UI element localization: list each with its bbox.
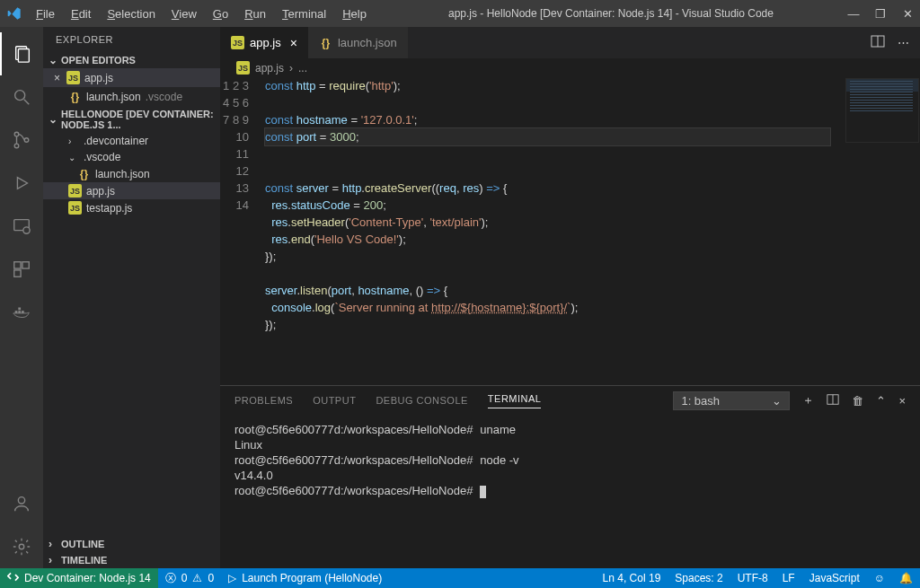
close-button[interactable]: ✕ (902, 7, 913, 21)
status-eol[interactable]: LF (775, 572, 802, 584)
sidebar-explorer: EXPLORER OPEN EDITORS × JS app.js {} lau… (43, 27, 220, 568)
tree-vscode[interactable]: ⌄.vscode (43, 149, 220, 165)
status-lncol[interactable]: Ln 4, Col 19 (596, 572, 668, 584)
svg-point-17 (18, 497, 24, 504)
status-lang[interactable]: JavaScript (802, 572, 867, 584)
tree-appjs[interactable]: JSapp.js (43, 182, 220, 199)
activity-search[interactable] (0, 75, 43, 118)
menu-selection[interactable]: Selection (100, 4, 162, 24)
status-bar: Dev Container: Node.js 14 ⓧ0 ⚠0 ▷ Launch… (0, 568, 920, 588)
more-actions-icon[interactable]: ⋯ (898, 36, 909, 49)
status-spaces[interactable]: Spaces: 2 (668, 572, 730, 584)
svg-rect-11 (22, 262, 29, 268)
split-terminal-icon[interactable] (827, 393, 839, 408)
panel-tabs: PROBLEMS OUTPUT DEBUG CONSOLE TERMINAL 1… (220, 386, 920, 415)
warning-icon: ⚠ (192, 572, 202, 584)
json-file-icon: {} (68, 90, 82, 103)
chevron-down-icon: ⌄ (772, 394, 782, 408)
panel-tab-debug[interactable]: DEBUG CONSOLE (376, 395, 467, 406)
panel-tab-problems[interactable]: PROBLEMS (234, 395, 293, 406)
panel-maximize-icon[interactable]: ⌃ (876, 394, 886, 408)
menu-run[interactable]: Run (237, 4, 273, 24)
editor-tabs: JS app.js × {} launch.json ⋯ (220, 27, 920, 58)
section-open-editors[interactable]: OPEN EDITORS (43, 52, 220, 68)
section-outline[interactable]: OUTLINE (43, 536, 220, 552)
panel-tab-terminal[interactable]: TERMINAL (488, 393, 542, 408)
code-content[interactable]: const http = require('http'); const host… (265, 77, 920, 385)
js-file-icon: JS (66, 71, 80, 84)
status-remote-label: Dev Container: Node.js 14 (24, 572, 151, 584)
activity-accounts[interactable] (0, 482, 43, 525)
open-editor-appjs[interactable]: × JS app.js (43, 68, 220, 87)
section-timeline[interactable]: TIMELINE (43, 552, 220, 568)
svg-rect-16 (18, 308, 21, 311)
js-file-icon: JS (68, 201, 82, 215)
activity-settings[interactable] (0, 525, 43, 568)
status-feedback-icon[interactable]: ☺ (867, 572, 892, 584)
menu-bar: File Edit Selection View Go Run Terminal… (29, 4, 374, 24)
activity-remote-explorer[interactable] (0, 205, 43, 248)
menu-go[interactable]: Go (206, 4, 235, 24)
svg-marker-7 (17, 178, 27, 189)
breadcrumb-item: ... (298, 62, 307, 75)
json-file-icon: {} (77, 167, 91, 180)
open-editor-dir: .vscode (146, 91, 182, 103)
tab-launchjson[interactable]: {} launch.json (308, 27, 408, 58)
js-file-icon: JS (68, 184, 82, 197)
sidebar-title: EXPLORER (43, 27, 220, 52)
status-remote[interactable]: Dev Container: Node.js 14 (0, 568, 158, 588)
menu-help[interactable]: Help (335, 4, 374, 24)
svg-rect-1 (18, 49, 29, 63)
new-terminal-icon[interactable]: ＋ (802, 392, 814, 408)
breadcrumb-sep: › (289, 62, 293, 75)
section-workspace[interactable]: HELLONODE [DEV CONTAINER: NODE.JS 1... (43, 106, 220, 133)
terminal-selector[interactable]: 1: bash⌄ (673, 391, 790, 410)
open-editor-label: launch.json (86, 91, 141, 103)
menu-edit[interactable]: Edit (64, 4, 98, 24)
panel-tab-output[interactable]: OUTPUT (313, 395, 356, 406)
activity-scm[interactable] (0, 118, 43, 162)
tree-testappjs[interactable]: JStestapp.js (43, 199, 220, 216)
code-editor[interactable]: 1 2 3 4 5 6 7 8 9 10 11 12 13 14 const h… (220, 77, 920, 385)
window-title: app.js - HelloNode [Dev Container: Node.… (374, 7, 848, 20)
title-bar: File Edit Selection View Go Run Terminal… (0, 0, 920, 27)
line-gutter: 1 2 3 4 5 6 7 8 9 10 11 12 13 14 (220, 77, 265, 385)
close-icon[interactable]: × (54, 72, 60, 84)
menu-view[interactable]: View (164, 4, 204, 24)
svg-rect-12 (14, 270, 21, 276)
tab-close-icon[interactable]: × (290, 36, 297, 50)
activity-explorer[interactable] (0, 32, 43, 75)
status-launch-label: Launch Program (HelloNode) (242, 572, 382, 584)
terminal-cursor (480, 486, 486, 498)
tree-launchjson[interactable]: {}launch.json (43, 165, 220, 182)
status-bell-icon[interactable]: 🔔 (892, 572, 920, 584)
activity-debug[interactable] (0, 162, 43, 205)
svg-point-18 (19, 544, 24, 549)
split-editor-icon[interactable] (871, 34, 885, 51)
svg-point-5 (14, 144, 19, 148)
bottom-panel: PROBLEMS OUTPUT DEBUG CONSOLE TERMINAL 1… (220, 385, 920, 568)
minimize-button[interactable]: — (848, 7, 859, 21)
status-encoding[interactable]: UTF-8 (730, 572, 775, 584)
terminal[interactable]: root@c5f6e600777d:/workspaces/HelloNode#… (220, 415, 920, 568)
maximize-button[interactable]: ❐ (875, 7, 886, 21)
json-file-icon: {} (319, 36, 332, 49)
activity-extensions[interactable] (0, 248, 43, 291)
breadcrumb-item: app.js (255, 62, 284, 75)
open-editor-launchjson[interactable]: {} launch.json .vscode (43, 87, 220, 106)
tab-appjs[interactable]: JS app.js × (220, 27, 308, 58)
status-problems[interactable]: ⓧ0 ⚠0 (158, 568, 221, 588)
svg-line-3 (24, 100, 30, 105)
breadcrumb[interactable]: JS app.js › ... (220, 58, 920, 77)
activity-docker[interactable] (0, 291, 43, 334)
svg-point-6 (24, 138, 29, 143)
error-icon: ⓧ (165, 571, 176, 586)
panel-close-icon[interactable]: × (898, 394, 906, 408)
kill-terminal-icon[interactable]: 🗑 (852, 394, 863, 408)
tree-devcontainer[interactable]: ›.devcontainer (43, 133, 220, 149)
minimap[interactable] (846, 79, 918, 142)
status-launch[interactable]: ▷ Launch Program (HelloNode) (221, 568, 389, 588)
activity-bar (0, 27, 43, 568)
menu-file[interactable]: File (29, 4, 62, 24)
menu-terminal[interactable]: Terminal (275, 4, 333, 24)
